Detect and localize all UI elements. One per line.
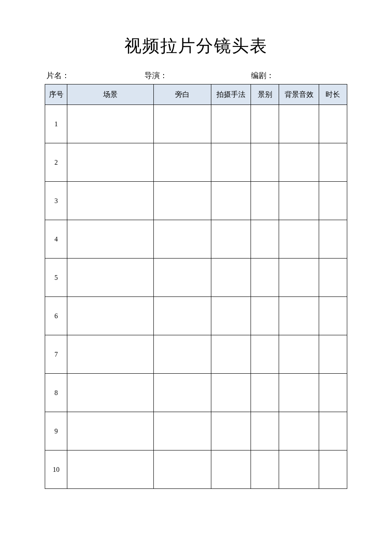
cell-index: 2 xyxy=(45,143,67,182)
cell-duration xyxy=(319,182,347,220)
cell-scene xyxy=(67,450,154,489)
table-row: 5 xyxy=(45,259,347,297)
page-title: 视频拉片分镜头表 xyxy=(45,34,347,58)
cell-scene xyxy=(67,220,154,259)
cell-narration xyxy=(154,220,211,259)
cell-narration xyxy=(154,105,211,143)
cell-technique xyxy=(211,412,251,450)
cell-shot_type xyxy=(251,220,279,259)
cell-narration xyxy=(154,143,211,182)
table-row: 4 xyxy=(45,220,347,259)
cell-shot_type xyxy=(251,412,279,450)
cell-shot_type xyxy=(251,182,279,220)
cell-duration xyxy=(319,374,347,412)
cell-technique xyxy=(211,259,251,297)
cell-scene xyxy=(67,182,154,220)
cell-scene xyxy=(67,105,154,143)
cell-scene xyxy=(67,335,154,374)
cell-bg_sound xyxy=(279,220,319,259)
th-technique: 拍摄手法 xyxy=(211,84,251,105)
cell-technique xyxy=(211,374,251,412)
cell-narration xyxy=(154,374,211,412)
cell-scene xyxy=(67,259,154,297)
cell-shot_type xyxy=(251,374,279,412)
cell-index: 5 xyxy=(45,259,67,297)
cell-index: 1 xyxy=(45,105,67,143)
cell-scene xyxy=(67,374,154,412)
cell-index: 10 xyxy=(45,450,67,489)
cell-technique xyxy=(211,182,251,220)
cell-duration xyxy=(319,220,347,259)
table-header-row: 序号 场景 旁白 拍摄手法 景别 背景音效 时长 xyxy=(45,84,347,105)
cell-bg_sound xyxy=(279,259,319,297)
cell-technique xyxy=(211,105,251,143)
table-row: 7 xyxy=(45,335,347,374)
cell-narration xyxy=(154,182,211,220)
table-row: 8 xyxy=(45,374,347,412)
meta-director-label: 导演： xyxy=(144,70,251,81)
cell-shot_type xyxy=(251,335,279,374)
th-index: 序号 xyxy=(45,84,67,105)
th-scene: 场景 xyxy=(67,84,154,105)
meta-row: 片名： 导演： 编剧： xyxy=(45,70,347,81)
th-duration: 时长 xyxy=(319,84,347,105)
cell-bg_sound xyxy=(279,105,319,143)
document-page: 视频拉片分镜头表 片名： 导演： 编剧： 序号 场景 旁白 拍摄手法 景别 背景… xyxy=(0,0,392,555)
table-row: 9 xyxy=(45,412,347,450)
cell-bg_sound xyxy=(279,143,319,182)
cell-index: 3 xyxy=(45,182,67,220)
cell-bg_sound xyxy=(279,374,319,412)
cell-bg_sound xyxy=(279,335,319,374)
cell-technique xyxy=(211,297,251,335)
cell-shot_type xyxy=(251,297,279,335)
cell-index: 9 xyxy=(45,412,67,450)
cell-duration xyxy=(319,259,347,297)
cell-shot_type xyxy=(251,450,279,489)
cell-index: 6 xyxy=(45,297,67,335)
cell-bg_sound xyxy=(279,297,319,335)
cell-duration xyxy=(319,335,347,374)
cell-duration xyxy=(319,105,347,143)
table-row: 2 xyxy=(45,143,347,182)
th-bg-sound: 背景音效 xyxy=(279,84,319,105)
table-row: 6 xyxy=(45,297,347,335)
cell-shot_type xyxy=(251,105,279,143)
table-body: 12345678910 xyxy=(45,105,347,489)
cell-narration xyxy=(154,259,211,297)
table-row: 3 xyxy=(45,182,347,220)
cell-index: 4 xyxy=(45,220,67,259)
cell-technique xyxy=(211,143,251,182)
th-narration: 旁白 xyxy=(154,84,211,105)
cell-technique xyxy=(211,335,251,374)
cell-index: 8 xyxy=(45,374,67,412)
cell-technique xyxy=(211,450,251,489)
cell-duration xyxy=(319,297,347,335)
cell-narration xyxy=(154,412,211,450)
th-shot-type: 景别 xyxy=(251,84,279,105)
meta-writer-label: 编剧： xyxy=(251,70,346,81)
cell-narration xyxy=(154,335,211,374)
cell-shot_type xyxy=(251,143,279,182)
table-row: 10 xyxy=(45,450,347,489)
cell-bg_sound xyxy=(279,412,319,450)
cell-narration xyxy=(154,297,211,335)
table-row: 1 xyxy=(45,105,347,143)
cell-duration xyxy=(319,450,347,489)
cell-scene xyxy=(67,297,154,335)
cell-technique xyxy=(211,220,251,259)
cell-scene xyxy=(67,412,154,450)
meta-film-label: 片名： xyxy=(46,70,144,81)
cell-bg_sound xyxy=(279,450,319,489)
cell-duration xyxy=(319,143,347,182)
cell-bg_sound xyxy=(279,182,319,220)
cell-index: 7 xyxy=(45,335,67,374)
storyboard-table: 序号 场景 旁白 拍摄手法 景别 背景音效 时长 12345678910 xyxy=(45,84,347,489)
cell-scene xyxy=(67,143,154,182)
cell-duration xyxy=(319,412,347,450)
cell-shot_type xyxy=(251,259,279,297)
cell-narration xyxy=(154,450,211,489)
